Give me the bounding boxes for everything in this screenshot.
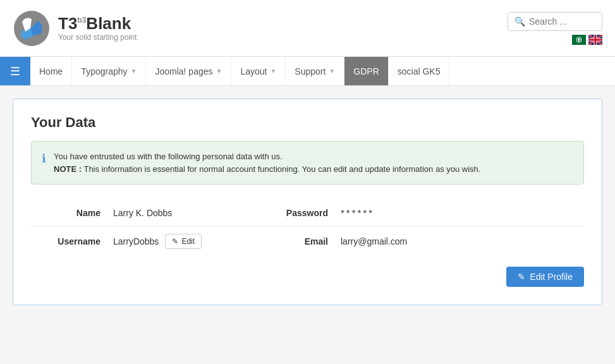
nav-item-gdpr[interactable]: GDPR bbox=[344, 57, 388, 85]
main-navbar: ☰ Home Typography ▼ Joomla! pages ▼ Layo… bbox=[0, 57, 615, 86]
info-line2: NOTE : This information is essential for… bbox=[54, 163, 480, 176]
info-box: ℹ You have entrusted us with the followi… bbox=[31, 141, 584, 185]
data-card: Your Data ℹ You have entrusted us with t… bbox=[13, 99, 602, 305]
site-title: T3b3Blank bbox=[58, 15, 137, 33]
nav-item-joomla-pages[interactable]: Joomla! pages ▼ bbox=[146, 57, 231, 85]
logo-area: T3b3Blank Your solid starting point bbox=[13, 9, 137, 47]
nav-item-support[interactable]: Support ▼ bbox=[286, 57, 344, 85]
header-right: 🔍 bbox=[508, 12, 602, 45]
password-label: Password bbox=[271, 200, 334, 226]
table-row: Name Larry K. Dobbs Password ****** bbox=[31, 200, 584, 226]
edit-icon: ✎ bbox=[172, 237, 178, 246]
password-value: ****** bbox=[334, 200, 584, 226]
info-icon: ℹ bbox=[42, 152, 46, 166]
logo-text: T3b3Blank Your solid starting point bbox=[58, 15, 137, 42]
edit-profile-icon: ✎ bbox=[518, 272, 525, 282]
hamburger-icon: ☰ bbox=[10, 64, 20, 78]
logo-icon bbox=[13, 9, 51, 47]
info-text: You have entrusted us with the following… bbox=[54, 150, 480, 175]
caret-icon: ▼ bbox=[216, 68, 222, 75]
caret-icon: ▼ bbox=[270, 68, 276, 75]
site-tagline: Your solid starting point bbox=[58, 33, 137, 42]
nav-item-typography[interactable]: Typography ▼ bbox=[72, 57, 146, 85]
main-content: Your Data ℹ You have entrusted us with t… bbox=[0, 86, 615, 318]
flag-uk[interactable] bbox=[588, 35, 602, 45]
flags-row bbox=[572, 35, 602, 45]
nav-item-social-gk5[interactable]: social GK5 bbox=[389, 57, 450, 85]
profile-data-table: Name Larry K. Dobbs Password ****** User… bbox=[31, 200, 584, 257]
flag-arabic[interactable] bbox=[572, 35, 586, 45]
name-label: Name bbox=[31, 200, 107, 226]
nav-menu: Home Typography ▼ Joomla! pages ▼ Layout… bbox=[30, 57, 449, 85]
email-label: Email bbox=[271, 226, 334, 257]
edit-profile-button[interactable]: ✎ Edit Profile bbox=[506, 267, 584, 287]
caret-icon: ▼ bbox=[329, 68, 335, 75]
search-icon: 🔍 bbox=[515, 16, 525, 27]
table-row: Username LarryDobbs ✎ Edit Email larry@g… bbox=[31, 226, 584, 257]
name-value: Larry K. Dobbs bbox=[107, 200, 271, 226]
username-label: Username bbox=[31, 226, 107, 257]
site-header: T3b3Blank Your solid starting point 🔍 bbox=[0, 0, 615, 57]
navbar-toggle-button[interactable]: ☰ bbox=[0, 57, 30, 85]
info-note-body: This information is essential for normal… bbox=[83, 164, 480, 174]
edit-username-button[interactable]: ✎ Edit bbox=[165, 234, 202, 249]
nav-item-home[interactable]: Home bbox=[30, 57, 72, 85]
username-row: LarryDobbs ✎ Edit bbox=[113, 234, 265, 249]
nav-item-layout[interactable]: Layout ▼ bbox=[231, 57, 286, 85]
search-box[interactable]: 🔍 bbox=[508, 12, 602, 31]
email-value: larry@gmail.com bbox=[334, 226, 584, 257]
search-input[interactable] bbox=[529, 16, 595, 27]
info-line1: You have entrusted us with the following… bbox=[54, 150, 480, 163]
username-value: LarryDobbs ✎ Edit bbox=[107, 226, 271, 257]
page-title: Your Data bbox=[31, 114, 584, 131]
button-row: ✎ Edit Profile bbox=[31, 267, 584, 287]
info-note-label: NOTE : bbox=[54, 164, 82, 174]
caret-icon: ▼ bbox=[131, 68, 137, 75]
